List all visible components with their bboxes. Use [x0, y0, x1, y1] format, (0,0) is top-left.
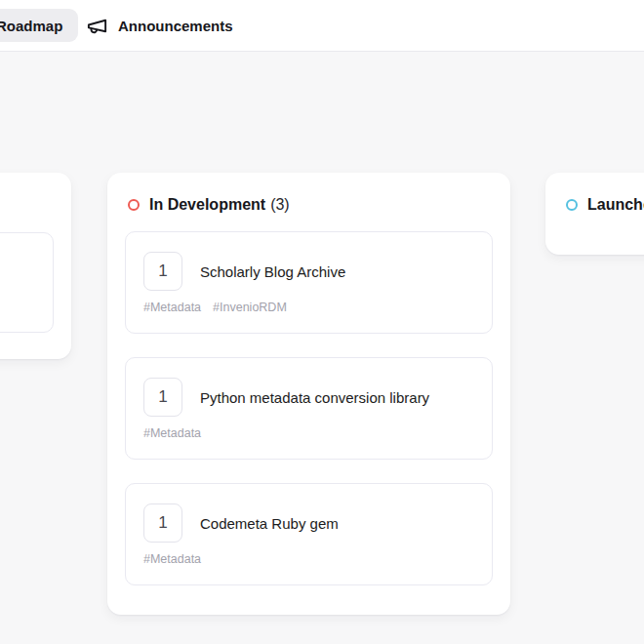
vote-count: 1	[158, 513, 167, 533]
tag: #Metadata	[143, 426, 201, 440]
card-title: Codemeta Ruby gem	[200, 515, 339, 532]
tab-roadmap-label: Roadmap	[0, 18, 62, 34]
column-title: In Development	[149, 196, 265, 214]
megaphone-icon	[86, 15, 108, 37]
vote-count-badge[interactable]: 1	[143, 503, 182, 543]
tag: #Metadata	[143, 552, 201, 566]
card-codemeta-ruby-gem[interactable]: 1 Codemeta Ruby gem #Metadata	[125, 483, 493, 585]
card-scholarly-blog-archive[interactable]: 1 Scholarly Blog Archive #Metadata #Inve…	[125, 231, 493, 334]
tab-announcements[interactable]: Announcements	[86, 0, 233, 52]
card-title: Scholarly Blog Archive	[200, 263, 345, 280]
tag: #Metadata	[143, 301, 201, 314]
column-header: In Development (3)	[107, 173, 510, 214]
column-header: Launched	[545, 173, 644, 214]
column-in-development: In Development (3) 1 Scholarly Blog Arch…	[107, 173, 510, 615]
column-count: (3)	[270, 196, 290, 214]
card-python-metadata-conversion-library[interactable]: 1 Python metadata conversion library #Me…	[125, 357, 493, 460]
card-tags: #Metadata	[143, 552, 474, 566]
tag: #InvenioRDM	[213, 301, 287, 314]
tab-announcements-label: Announcements	[118, 18, 233, 34]
vote-count: 1	[158, 262, 167, 281]
card-tags: #Metadata #InvenioRDM	[143, 301, 474, 314]
card-list: 1 Scholarly Blog Archive #Metadata #Inve…	[107, 214, 510, 585]
column-launched: Launched	[545, 173, 644, 255]
status-dot-icon	[128, 199, 140, 211]
top-navigation: Roadmap Announcements	[0, 0, 644, 52]
card-tags: #Metadata	[143, 426, 474, 440]
column-title: Launched	[587, 196, 644, 214]
vote-count: 1	[158, 387, 167, 407]
card-partial[interactable]	[0, 232, 54, 333]
card-title: Python metadata conversion library	[200, 389, 429, 406]
tab-roadmap[interactable]: Roadmap	[0, 9, 78, 42]
column-left-partial	[0, 173, 71, 359]
status-dot-icon	[566, 199, 578, 211]
vote-count-badge[interactable]: 1	[143, 252, 182, 291]
vote-count-badge[interactable]: 1	[143, 378, 182, 417]
